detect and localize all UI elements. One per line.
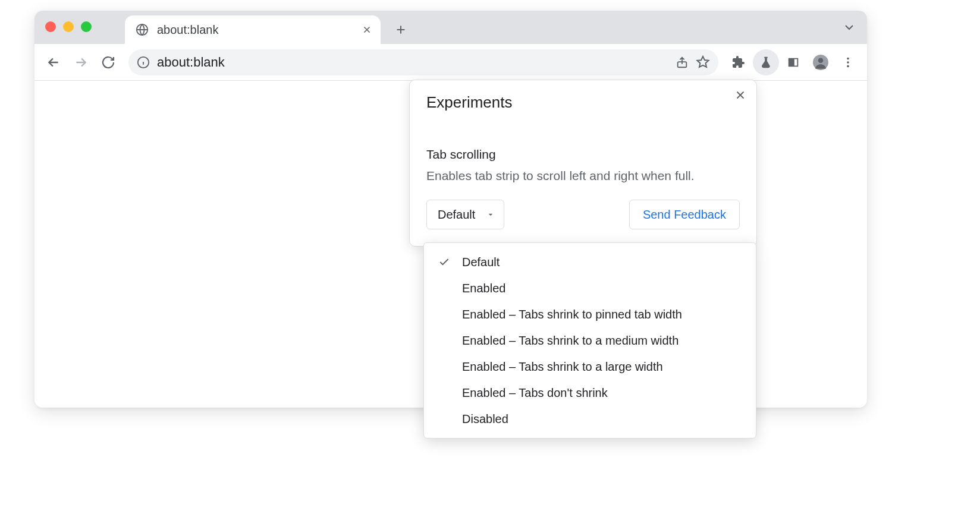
back-button[interactable] [40, 49, 67, 75]
dropdown-option-label: Enabled – Tabs shrink to pinned tab widt… [462, 308, 682, 321]
tab-close-button[interactable] [362, 24, 372, 35]
dropdown-option[interactable]: Enabled – Tabs shrink to a large width [424, 354, 756, 380]
reload-button[interactable] [95, 49, 121, 75]
window-close-button[interactable] [45, 21, 56, 32]
window-zoom-button[interactable] [81, 21, 92, 32]
send-feedback-button[interactable]: Send Feedback [629, 200, 740, 229]
window-minimize-button[interactable] [63, 21, 74, 32]
svg-point-4 [818, 58, 824, 63]
experiment-dropdown: DefaultEnabledEnabled – Tabs shrink to p… [423, 242, 756, 439]
globe-icon [136, 23, 149, 36]
tab[interactable]: about:blank [125, 15, 381, 44]
dropdown-option-label: Enabled [462, 282, 505, 295]
dropdown-option[interactable]: Enabled – Tabs shrink to pinned tab widt… [424, 301, 756, 327]
window-controls [45, 21, 92, 32]
site-info-icon[interactable] [137, 56, 150, 69]
menu-button[interactable] [835, 49, 861, 75]
experiment-name: Tab scrolling [426, 147, 740, 162]
url-text: about:blank [157, 55, 668, 70]
extensions-button[interactable] [725, 49, 752, 75]
experiment-select[interactable]: Default [426, 200, 504, 229]
dropdown-option-label: Default [462, 256, 500, 269]
forward-button[interactable] [68, 49, 94, 75]
dropdown-option[interactable]: Enabled [424, 275, 756, 301]
feedback-label: Send Feedback [643, 208, 726, 222]
share-icon[interactable] [676, 56, 689, 69]
svg-point-5 [847, 57, 849, 59]
dropdown-option[interactable]: Enabled – Tabs don't shrink [424, 380, 756, 406]
dropdown-option[interactable]: Default [424, 249, 756, 275]
tab-list-button[interactable] [842, 20, 856, 34]
toolbar: about:blank [34, 44, 867, 81]
dropdown-option-label: Disabled [462, 412, 508, 426]
select-value: Default [438, 208, 475, 222]
experiments-popup: Experiments Tab scrolling Enables tab st… [409, 80, 757, 247]
experiments-button[interactable] [753, 49, 779, 75]
tab-strip: about:blank [34, 11, 867, 44]
dropdown-option[interactable]: Enabled – Tabs shrink to a medium width [424, 327, 756, 354]
dropdown-option-label: Enabled – Tabs don't shrink [462, 386, 608, 400]
dropdown-option-label: Enabled – Tabs shrink to a medium width [462, 334, 679, 348]
check-icon [437, 256, 451, 268]
new-tab-button[interactable] [388, 17, 414, 43]
popup-title: Experiments [426, 93, 740, 112]
bookmark-icon[interactable] [696, 55, 710, 70]
address-bar[interactable]: about:blank [128, 49, 718, 75]
side-panel-button[interactable] [780, 49, 806, 75]
svg-point-6 [847, 61, 849, 64]
dropdown-option-label: Enabled – Tabs shrink to a large width [462, 360, 663, 374]
popup-close-button[interactable] [734, 89, 747, 102]
svg-point-7 [847, 65, 849, 67]
tab-title: about:blank [157, 23, 362, 37]
experiment-description: Enables tab strip to scroll left and rig… [426, 168, 740, 184]
profile-button[interactable] [808, 49, 834, 75]
dropdown-option[interactable]: Disabled [424, 406, 756, 432]
